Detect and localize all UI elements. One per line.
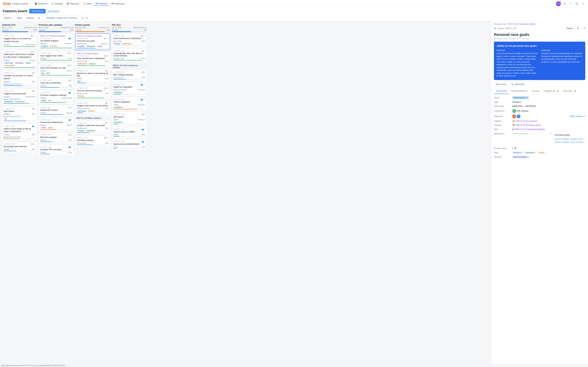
tag: UX: [47, 100, 51, 102]
release-link[interactable]: FWCYL-R-36 Partner portal: [516, 124, 541, 126]
card-680[interactable]: ⠿ FWCYL-680💬 17 Notifications when there…: [2, 49, 37, 70]
tab-requirements[interactable]: REQUIREMENTS: [509, 89, 529, 94]
integration-item-2[interactable]: Send to FogBugz - Back end team: [555, 141, 583, 144]
persona-tag[interactable]: Paul: Pro Racer ×: [512, 156, 529, 158]
show-more-btn[interactable]: Show more: [494, 82, 508, 86]
column-header-android: Android 13.5 ···: [2, 23, 37, 26]
integrations-placeholder[interactable]: Select integration: [512, 133, 528, 135]
column-menu-ios[interactable]: ···: [144, 23, 147, 26]
tab-related[interactable]: RELATED 4: [561, 89, 578, 94]
card-313[interactable]: ⠿ FWCYL-313👥 4 Community leaderboards Sh…: [39, 117, 73, 131]
card-35[interactable]: ⠿ FWCYL-35👥 6 Top-level navigation redes…: [39, 90, 73, 104]
card-575[interactable]: ⠿ FWCYL-575💬 0 Bike mileage tracking Dev…: [112, 70, 147, 81]
column-menu-premium[interactable]: ···: [71, 23, 73, 26]
tag-remove-analytics[interactable]: ×: [521, 151, 522, 154]
nav-releases[interactable]: 🚀 Releases: [65, 2, 81, 6]
upload-icon[interactable]: ⬆: [577, 27, 579, 30]
add-icon[interactable]: +: [580, 1, 585, 6]
card-567[interactable]: ⠿ FWCYL-567💬 4 Update API version Shippe…: [39, 105, 73, 116]
more-options-icon[interactable]: ···: [580, 27, 582, 30]
add-integration-icon[interactable]: +: [550, 132, 552, 135]
epic-link[interactable]: FWCYL-E-15 Advanced analytics: [508, 23, 536, 25]
card-598[interactable]: ⠿ FWCYL-598💬 13 Encourage team exercise …: [2, 142, 37, 153]
field-initiative: Initiative 🔶 FWCYL-S-10 UI refresh: [494, 120, 585, 122]
nav-notebook[interactable]: 📓 Notebook: [33, 2, 49, 6]
card-337-selected[interactable]: FWCYL-E-15 Advanced analytics ⠿ FWCYL-33…: [75, 33, 110, 50]
card-134[interactable]: ⠿ FWCYL-134💬 22 Start/stop tracking Deve…: [75, 135, 110, 147]
card-672[interactable]: ⠿ FWCYL-672💬 6 Consider my previous or c…: [2, 70, 37, 87]
card-452[interactable]: ⠿ FWCYL-452💬 0 Real-time updates Shipped…: [39, 132, 73, 144]
initiative-link[interactable]: FWCYL-S-10 UI refresh: [516, 120, 537, 122]
notify-watchers-btn[interactable]: Notify watchers: [570, 115, 584, 117]
card-595[interactable]: ⠿ FWCYL-595💬 4 Suggest rides based on my…: [75, 101, 110, 115]
help-icon[interactable]: ?: [568, 1, 573, 6]
settings-icon[interactable]: ⚙: [562, 1, 567, 6]
card-345[interactable]: ⠿ FWCYL-345👥 0 Sponsored accomplishments…: [112, 139, 147, 150]
column-meta-android: Mar 31, 2023 Showing 11 of 11: [2, 27, 37, 29]
brand-name[interactable]: Fredwin Cycling: [12, 2, 28, 5]
board-view-btn[interactable]: Board▾: [3, 16, 13, 20]
main-content: Android 13.5 ··· Mar 31, 2023 Showing 11…: [0, 21, 588, 366]
card-591[interactable]: ⠿ FWCYL-591💬 7 Automatically share ride …: [112, 49, 147, 62]
card-633[interactable]: FWCYL-E-15 Advanced analytics ⠿ FWCYL-63…: [39, 33, 73, 50]
card-21[interactable]: ⠿ FWCYL-21💬 9 Suggest upcoming races Shi…: [2, 89, 37, 105]
card-673[interactable]: ⠿ FWCYL-673💬 8 Remind me when to fuel du…: [75, 68, 110, 85]
card-681[interactable]: ⠿ FWCYL-681💬 11 Suggest times to run bas…: [2, 33, 37, 48]
tab-todos[interactable]: TO-DOS: [529, 89, 541, 94]
nav-ideas[interactable]: 💡 Ideas: [81, 2, 94, 6]
column-menu-partner[interactable]: ···: [108, 23, 110, 26]
releases-select[interactable]: Releases: Android 13.5, Premium ...: [44, 16, 84, 20]
card-569[interactable]: ⠿ FWCYL-569💬 19 Show GPS direction on ma…: [39, 63, 73, 77]
more-actions-icon[interactable]: ···: [527, 82, 531, 86]
add-release-button[interactable]: Add release: [48, 10, 59, 12]
attach-files-btn[interactable]: 📎 Attach files: [509, 82, 527, 86]
nav-strategy[interactable]: 📋 Strategy: [50, 2, 64, 6]
card-566[interactable]: ⠿ FWCYL-566👥 4 Increase GPS accuracy Shi…: [39, 145, 73, 156]
card-654[interactable]: ⠿ FWCYL-654💬 18 Gear maintenance notific…: [112, 33, 147, 47]
nav-roadmaps[interactable]: 🗺 Roadmaps: [109, 2, 126, 6]
tag-profile[interactable]: Profile ×: [538, 151, 547, 154]
tag-remove-profile[interactable]: ×: [545, 151, 545, 154]
field-assigned: Assigned to EJ Erik Johnson: [494, 109, 585, 113]
card-589[interactable]: ⠿ FWCYL-589👥 4 Ability to view length of…: [2, 124, 37, 141]
card-49[interactable]: ⠿ FWCYL-49💬 7 Analysis of personal race …: [75, 120, 110, 134]
card-341[interactable]: ⠿ FWCYL-341👥 0 Partner events in EMEA De…: [112, 127, 147, 138]
tag-dashboard[interactable]: Dashboard ×: [524, 151, 537, 154]
field-tags: Tags Analytics × Dashboard × Profile ×: [494, 151, 585, 154]
user-avatar[interactable]: MW: [556, 1, 561, 6]
epics-btn[interactable]: Epics: [16, 16, 23, 20]
tag: Premium: [49, 45, 58, 47]
card-662[interactable]: FWCYL-E-38 Rider analytics ⠿ FWCYL-662💬 …: [75, 51, 110, 67]
status-dropdown[interactable]: Development▾: [512, 96, 529, 99]
tag-analytics[interactable]: Analytics ×: [512, 151, 523, 154]
tab-overview[interactable]: OVERVIEW: [494, 89, 509, 94]
features-btn[interactable]: Features: [25, 16, 35, 20]
assigned-name[interactable]: Erik Johnson: [517, 110, 528, 112]
watcher-avatar-2[interactable]: EJ: [517, 115, 520, 118]
card-571[interactable]: ⠿ FWCYL-571💬 4 Dark theme ShippedNew ◆ U…: [2, 106, 37, 123]
nav-features[interactable]: ⊞ Features: [94, 1, 109, 6]
epic-field-link[interactable]: FWCYL-E-15 Advanced analytics: [515, 128, 545, 131]
watcher-avatar-1[interactable]: MW: [512, 115, 516, 118]
tag-remove-dashboard[interactable]: ×: [535, 151, 536, 154]
field-label-persona: Persona: [494, 156, 511, 158]
card-593[interactable]: ⠿ FWCYL-593💬 14 Try-it-out elite-level t…: [75, 86, 110, 100]
column-menu-android[interactable]: ···: [35, 23, 37, 26]
toolbar-settings-btn[interactable]: ⚙: [37, 16, 42, 20]
card-637[interactable]: ⠿ FWCYL-637💬 12 Auto suggest new routes …: [39, 51, 73, 62]
details-btn[interactable]: Details ›: [565, 26, 575, 30]
tag: Mobile: [40, 100, 47, 102]
card-209[interactable]: ⠿ FWCYL-209👥 19 ApplePay integration Rea…: [112, 82, 147, 96]
tab-comments[interactable]: COMMENTS 1: [542, 89, 561, 94]
search-icon[interactable]: 🔍: [574, 1, 579, 6]
persona-remove-icon[interactable]: ×: [527, 156, 528, 158]
card-210[interactable]: ⠿ FWCYL-210👥 10 PayPal Integration Testi…: [112, 97, 147, 111]
tag: Premium: [77, 95, 85, 97]
card-568[interactable]: ⠿ FWCYL-568💬 0 Track bike acceleration S…: [39, 78, 73, 89]
integration-item-1[interactable]: Send to FogBugz - Analytics team: [555, 137, 583, 141]
column-title-premium: Premium plan updates: [39, 24, 62, 26]
filter-icon[interactable]: ▼: [85, 16, 89, 20]
card-320[interactable]: ⠿ FWCYL-320💬 2 Gift options DefineResear…: [112, 112, 147, 126]
close-icon[interactable]: ×: [583, 27, 585, 30]
add-feature-button[interactable]: Add feature: [29, 9, 45, 13]
